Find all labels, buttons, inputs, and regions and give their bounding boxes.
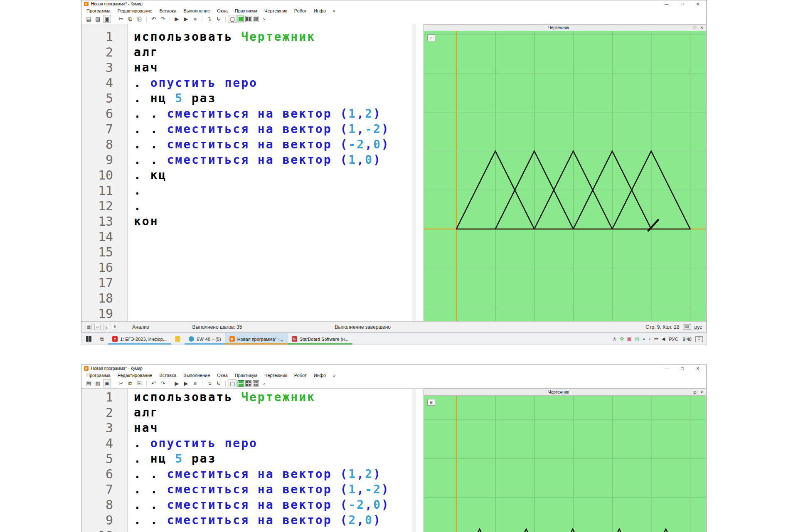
line-number: 1 bbox=[81, 390, 127, 404]
line-number: 2 bbox=[81, 405, 127, 420]
taskbar-folder-button[interactable] bbox=[171, 333, 185, 345]
drawer-close-button[interactable]: ✕ bbox=[700, 390, 703, 394]
editor-window-icon[interactable]: ▢ bbox=[229, 15, 236, 23]
drawer-float-button[interactable]: ⊡ bbox=[693, 26, 697, 30]
menu-item-9[interactable]: Инфо bbox=[314, 8, 326, 13]
undo-icon[interactable]: ↶ bbox=[150, 379, 158, 387]
run-step-icon[interactable]: ▶ bbox=[182, 15, 190, 23]
stop-icon[interactable]: ■ bbox=[191, 379, 199, 387]
paste-icon[interactable]: ⎘ bbox=[135, 15, 143, 23]
close-button[interactable]: ✕ bbox=[696, 2, 699, 6]
save-icon[interactable]: ▣ bbox=[103, 15, 111, 23]
taskbar-kumir-button[interactable]: KНовая программа* -... bbox=[225, 333, 288, 345]
tray-icon-1[interactable]: ◎ bbox=[613, 336, 617, 342]
run-icon[interactable]: ▶ bbox=[173, 379, 181, 387]
drawer-close-button[interactable]: ✕ bbox=[700, 26, 703, 30]
task-view-button[interactable]: ⧉ bbox=[96, 333, 108, 345]
minimize-button[interactable]: — bbox=[665, 366, 669, 371]
editor-scrollbar[interactable] bbox=[412, 24, 416, 321]
taskbar-class-button[interactable]: 6'А' 40 – (5) bbox=[185, 333, 225, 345]
menu-item-1[interactable]: Программа bbox=[86, 8, 111, 13]
copy-icon[interactable]: ⧉ bbox=[126, 15, 134, 23]
open-file-icon[interactable]: ▨ bbox=[94, 379, 102, 387]
code-line-1: 1использовать Чертежник bbox=[81, 389, 416, 405]
start-button[interactable] bbox=[81, 333, 96, 345]
menu-item-2[interactable]: Редактирование bbox=[118, 8, 153, 13]
save-icon[interactable]: ▣ bbox=[103, 379, 111, 387]
field-window-icon[interactable] bbox=[253, 380, 259, 387]
paste-icon[interactable]: ⎘ bbox=[135, 379, 143, 387]
menu-item-6[interactable]: Практикум bbox=[235, 373, 257, 378]
menu-item-5[interactable]: Окна bbox=[217, 8, 228, 13]
more-tools-icon[interactable]: › bbox=[260, 379, 268, 387]
code-line-5: 5. нц 5 раз bbox=[81, 91, 416, 106]
step-over-icon[interactable]: ↴ bbox=[205, 379, 213, 387]
stop-icon[interactable]: ■ bbox=[191, 15, 199, 23]
tray-icon-8[interactable]: ◀ bbox=[662, 336, 665, 342]
tray-clock[interactable]: 9:48 bbox=[683, 337, 692, 342]
menu-item-9[interactable]: Инфо bbox=[314, 373, 326, 378]
undo-icon[interactable]: ↶ bbox=[150, 15, 158, 23]
drawer-float-button[interactable]: ⊡ bbox=[693, 390, 697, 394]
menu-item-7[interactable]: Чертежник bbox=[264, 8, 287, 13]
taskbar-yandex-button[interactable]: Y1: ЕГЭ-2023, Инфор... bbox=[108, 333, 171, 345]
new-file-icon[interactable]: ▤ bbox=[85, 15, 93, 23]
run-icon[interactable]: ▶ bbox=[173, 15, 181, 23]
clipboard-icon[interactable]: ⎘ bbox=[103, 324, 109, 330]
taskbar-starboard-button[interactable]: SStarBoard Software (н... bbox=[288, 333, 353, 345]
run-step-icon[interactable]: ▶ bbox=[182, 379, 190, 387]
drawer-menu-button[interactable]: ≡ bbox=[427, 34, 435, 41]
more-tools-icon[interactable]: › bbox=[260, 15, 268, 23]
step-into-icon[interactable]: ↳ bbox=[214, 379, 222, 387]
open-file-icon[interactable]: ▨ bbox=[94, 15, 102, 23]
new-file-icon[interactable]: ▤ bbox=[85, 379, 93, 387]
menu-item-4[interactable]: Выполнение bbox=[183, 373, 210, 378]
menu-item-4[interactable]: Выполнение bbox=[183, 8, 210, 13]
drawer-window-icon[interactable] bbox=[238, 380, 244, 387]
redo-icon[interactable]: ↷ bbox=[159, 379, 167, 387]
redo-icon[interactable]: ↷ bbox=[159, 15, 167, 23]
tray-language[interactable]: РУС bbox=[669, 337, 678, 342]
menu-item-3[interactable]: Вставка bbox=[159, 373, 176, 378]
menu-item-6[interactable]: Практикум bbox=[235, 8, 257, 13]
maximize-button[interactable]: □ bbox=[681, 366, 684, 371]
close-button[interactable]: ✕ bbox=[696, 366, 699, 371]
drawer-menu-button[interactable]: ≡ bbox=[427, 399, 435, 406]
menu-item-1[interactable]: Программа bbox=[86, 373, 111, 378]
editor-scrollbar[interactable] bbox=[412, 389, 416, 532]
code-line-9: 9. . сместиться на вектор (1,0) bbox=[81, 152, 416, 167]
minimize-button[interactable]: — bbox=[665, 2, 669, 6]
menu-item-10[interactable]: » bbox=[333, 373, 335, 378]
tray-icon-7[interactable]: ▭ bbox=[654, 336, 658, 342]
step-over-icon[interactable]: ↴ bbox=[205, 15, 213, 23]
cut-icon[interactable]: ✂ bbox=[117, 379, 125, 387]
menu-item-3[interactable]: Вставка bbox=[159, 8, 176, 13]
drawer-window-icon[interactable] bbox=[238, 16, 244, 22]
menu-item-10[interactable]: » bbox=[333, 8, 335, 13]
field-window-icon[interactable] bbox=[253, 16, 259, 22]
code-editor[interactable]: 1использовать Чертежник2алг3нач4. опусти… bbox=[81, 24, 416, 321]
font-size-icon[interactable]: a bbox=[94, 324, 101, 330]
menu-item-8[interactable]: Робот bbox=[294, 373, 307, 378]
console-icon[interactable]: ▦ bbox=[86, 324, 92, 330]
menu-item-7[interactable]: Чертежник bbox=[264, 373, 287, 378]
tray-icon-5[interactable]: ◕ bbox=[643, 336, 645, 342]
notification-center-icon[interactable]: 🗨 bbox=[695, 336, 703, 342]
window-controls: — □ ✕ bbox=[665, 2, 704, 6]
tray-icon-3[interactable]: ▩ bbox=[627, 336, 631, 342]
copy-icon[interactable]: ⧉ bbox=[126, 379, 134, 387]
maximize-button[interactable]: □ bbox=[681, 2, 684, 6]
robot-window-icon[interactable] bbox=[245, 16, 251, 22]
tray-icon-2[interactable]: ✿ bbox=[620, 336, 623, 342]
robot-window-icon[interactable] bbox=[245, 380, 251, 387]
menu-item-2[interactable]: Редактирование bbox=[118, 373, 153, 378]
tray-icon-6[interactable]: ♪ bbox=[648, 336, 651, 342]
history-icon[interactable]: б bbox=[112, 324, 118, 330]
menu-item-5[interactable]: Окна bbox=[217, 373, 228, 378]
code-editor[interactable]: 1использовать Чертежник2алг3нач4. опусти… bbox=[81, 389, 416, 532]
step-into-icon[interactable]: ↳ bbox=[214, 15, 222, 23]
editor-window-icon[interactable]: ▢ bbox=[229, 379, 236, 387]
tray-icon-4[interactable]: ▤ bbox=[635, 336, 639, 342]
cut-icon[interactable]: ✂ bbox=[117, 15, 125, 23]
menu-item-8[interactable]: Робот bbox=[294, 8, 307, 13]
